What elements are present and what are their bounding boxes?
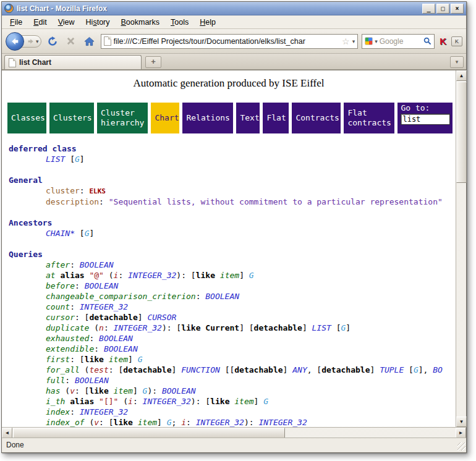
code-token: first: [46, 355, 70, 364]
class-link[interactable]: LIST: [46, 154, 65, 164]
nav-button-text[interactable]: Text: [236, 103, 260, 133]
code-token: like: [210, 397, 229, 406]
menu-edit[interactable]: Edit: [28, 17, 53, 28]
code-token: :: [70, 407, 80, 417]
vertical-scrollbar[interactable]: ▲ ▼: [456, 70, 466, 427]
class-link[interactable]: INTEGER_32: [80, 302, 128, 311]
code-token: n: [99, 323, 104, 332]
code-token: item: [234, 397, 253, 406]
code-token: [[: [220, 365, 234, 374]
class-link[interactable]: BOOLEAN: [75, 376, 109, 385]
class-link[interactable]: INTEGER_32: [114, 323, 162, 332]
home-button[interactable]: [82, 36, 97, 46]
new-tab-button[interactable]: +: [145, 56, 161, 68]
class-link[interactable]: INTEGER_32: [196, 418, 244, 427]
scroll-left-button[interactable]: ◄: [2, 428, 12, 438]
code-token: ]: [239, 271, 249, 280]
nav-button-flat[interactable]: Flat: [263, 103, 289, 133]
class-link[interactable]: INTEGER_32: [258, 418, 307, 427]
nav-button-flat-contracts[interactable]: Flat contracts: [344, 103, 394, 133]
search-bar[interactable]: ▾ Google: [362, 34, 435, 49]
vertical-scroll-thumb[interactable]: [456, 82, 467, 183]
search-engine-dropdown-icon[interactable]: ▾: [375, 38, 378, 44]
url-input[interactable]: file:///C:/Eiffel Projects/tour/Document…: [114, 37, 340, 46]
scroll-up-button[interactable]: ▲: [456, 70, 467, 81]
nav-button-cluster-hierarchy[interactable]: Cluster hierarchy: [97, 103, 148, 133]
menu-help[interactable]: Help: [194, 17, 221, 28]
minimize-button[interactable]: _: [422, 4, 435, 14]
class-link[interactable]: INTEGER_32: [128, 271, 176, 280]
code-token: i_th: [46, 397, 65, 406]
scroll-down-button[interactable]: ▼: [456, 417, 467, 427]
stop-x-icon: [66, 36, 75, 46]
scroll-right-button[interactable]: ►: [456, 428, 466, 438]
url-dropdown-icon[interactable]: ▾: [352, 38, 355, 44]
code-line: count: INTEGER_32: [9, 302, 456, 312]
code-token: ]: [138, 313, 148, 322]
code-token: [104, 355, 109, 364]
class-link[interactable]: BOOLEAN: [162, 386, 196, 395]
horizontal-scrollbar[interactable]: ◄ ►: [2, 427, 466, 438]
k-addon-button[interactable]: K: [451, 36, 462, 46]
list-all-tabs-button[interactable]: ▾: [450, 56, 464, 68]
bookmark-star-icon[interactable]: ☆: [342, 36, 350, 46]
back-arrow-icon: [11, 37, 19, 46]
menu-bookmarks[interactable]: Bookmarks: [116, 17, 166, 28]
code-token: (: [89, 323, 99, 332]
kaspersky-icon[interactable]: K: [438, 36, 448, 46]
class-link[interactable]: ANY: [292, 365, 307, 374]
code-token: ]: [133, 386, 143, 395]
tab-label: list Chart: [19, 58, 51, 67]
horizontal-scroll-thumb[interactable]: [13, 428, 285, 438]
code-token: for_all: [46, 365, 80, 374]
nav-button-relations[interactable]: Relations: [182, 103, 233, 133]
maximize-button[interactable]: □: [436, 4, 449, 14]
code-token: i: [128, 397, 133, 406]
menu-file[interactable]: File: [4, 17, 28, 28]
class-link[interactable]: BOOLEAN: [205, 292, 239, 301]
class-link[interactable]: TUPLE: [380, 365, 404, 374]
code-token: :: [94, 344, 104, 353]
code-token: ):: [244, 418, 258, 427]
class-link[interactable]: FUNCTION: [181, 365, 220, 374]
class-link[interactable]: INTEGER_32: [143, 397, 191, 406]
stop-button[interactable]: [64, 36, 78, 46]
resize-grip[interactable]: [457, 442, 465, 450]
menu-tools[interactable]: Tools: [165, 17, 194, 28]
code-token: ]: [370, 365, 380, 374]
class-link[interactable]: LIST: [312, 323, 331, 332]
code-token: :: [133, 397, 143, 406]
nav-button-clusters[interactable]: Clusters: [49, 103, 94, 133]
code-token: (: [85, 418, 95, 427]
code-token: v: [94, 418, 99, 427]
nav-button-contracts[interactable]: Contracts: [292, 103, 341, 133]
back-button[interactable]: [6, 32, 24, 51]
url-bar[interactable]: file:///C:/Eiffel Projects/tour/Document…: [101, 34, 359, 49]
history-dropdown-icon[interactable]: ▾: [36, 38, 39, 44]
browser-viewport: Automatic generation produced by ISE Eif…: [2, 70, 466, 427]
code-token: :: [104, 323, 114, 332]
class-link[interactable]: BOOLEAN: [85, 281, 119, 290]
nav-button-classes[interactable]: Classes: [7, 103, 46, 133]
reload-button[interactable]: [45, 36, 60, 46]
search-magnifier-icon[interactable]: [423, 37, 431, 45]
goto-input[interactable]: [401, 114, 450, 125]
nav-button-chart[interactable]: Chart: [151, 103, 179, 133]
menu-history[interactable]: History: [80, 17, 116, 28]
class-link[interactable]: CURSOR: [147, 313, 176, 322]
search-input[interactable]: Google: [380, 37, 422, 46]
class-link[interactable]: BOOLEAN: [80, 260, 114, 269]
class-link[interactable]: BO: [433, 365, 443, 374]
class-link[interactable]: INTEGER_32: [80, 407, 128, 417]
code-token: :: [186, 418, 196, 427]
status-text: Done: [6, 441, 24, 449]
class-link[interactable]: BOOLEAN: [104, 344, 138, 353]
code-line: after: BOOLEAN: [9, 260, 456, 270]
class-link[interactable]: BOOLEAN: [99, 334, 133, 343]
code-token: ]: [254, 397, 264, 406]
tab-list-chart[interactable]: list Chart: [4, 55, 142, 69]
class-link[interactable]: CHAIN*: [46, 229, 75, 238]
close-button[interactable]: ×: [451, 4, 464, 14]
code-token: :: [118, 271, 128, 280]
menu-view[interactable]: View: [53, 17, 80, 28]
